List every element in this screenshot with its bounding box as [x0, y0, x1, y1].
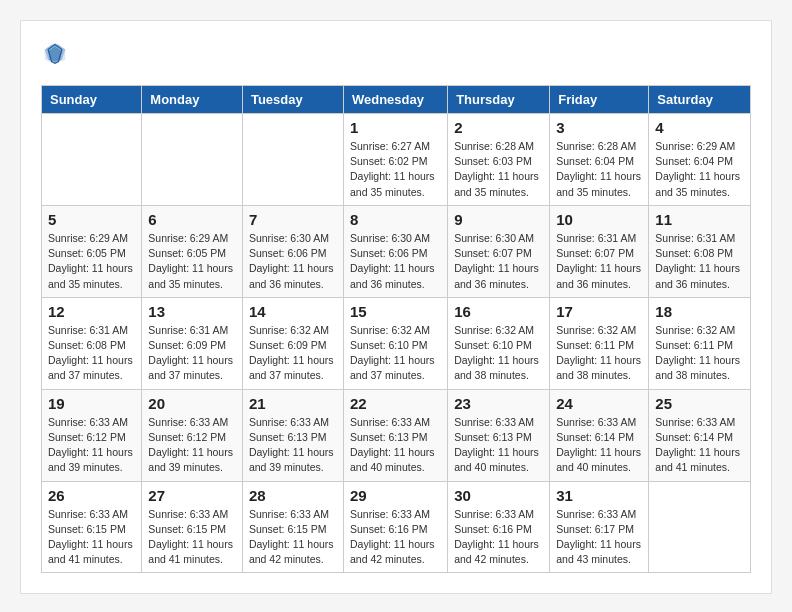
calendar-cell: 15Sunrise: 6:32 AM Sunset: 6:10 PM Dayli… — [343, 297, 447, 389]
day-number: 25 — [655, 395, 744, 412]
calendar-cell: 22Sunrise: 6:33 AM Sunset: 6:13 PM Dayli… — [343, 389, 447, 481]
calendar-cell: 16Sunrise: 6:32 AM Sunset: 6:10 PM Dayli… — [448, 297, 550, 389]
page: SundayMondayTuesdayWednesdayThursdayFrid… — [20, 20, 772, 594]
day-number: 7 — [249, 211, 337, 228]
day-number: 30 — [454, 487, 543, 504]
calendar-week-row: 12Sunrise: 6:31 AM Sunset: 6:08 PM Dayli… — [42, 297, 751, 389]
day-info: Sunrise: 6:30 AM Sunset: 6:06 PM Dayligh… — [249, 231, 337, 292]
day-number: 12 — [48, 303, 135, 320]
day-info: Sunrise: 6:29 AM Sunset: 6:04 PM Dayligh… — [655, 139, 744, 200]
day-info: Sunrise: 6:33 AM Sunset: 6:16 PM Dayligh… — [454, 507, 543, 568]
calendar-cell: 31Sunrise: 6:33 AM Sunset: 6:17 PM Dayli… — [550, 481, 649, 573]
calendar-cell: 12Sunrise: 6:31 AM Sunset: 6:08 PM Dayli… — [42, 297, 142, 389]
day-info: Sunrise: 6:33 AM Sunset: 6:17 PM Dayligh… — [556, 507, 642, 568]
day-info: Sunrise: 6:33 AM Sunset: 6:15 PM Dayligh… — [48, 507, 135, 568]
calendar-cell: 2Sunrise: 6:28 AM Sunset: 6:03 PM Daylig… — [448, 114, 550, 206]
calendar-cell: 17Sunrise: 6:32 AM Sunset: 6:11 PM Dayli… — [550, 297, 649, 389]
day-info: Sunrise: 6:32 AM Sunset: 6:11 PM Dayligh… — [556, 323, 642, 384]
calendar-cell: 6Sunrise: 6:29 AM Sunset: 6:05 PM Daylig… — [142, 205, 243, 297]
day-info: Sunrise: 6:28 AM Sunset: 6:03 PM Dayligh… — [454, 139, 543, 200]
day-info: Sunrise: 6:33 AM Sunset: 6:12 PM Dayligh… — [148, 415, 236, 476]
calendar-cell — [142, 114, 243, 206]
calendar-cell — [42, 114, 142, 206]
weekday-header-sunday: Sunday — [42, 86, 142, 114]
calendar-week-row: 1Sunrise: 6:27 AM Sunset: 6:02 PM Daylig… — [42, 114, 751, 206]
day-info: Sunrise: 6:33 AM Sunset: 6:16 PM Dayligh… — [350, 507, 441, 568]
calendar-cell: 4Sunrise: 6:29 AM Sunset: 6:04 PM Daylig… — [649, 114, 751, 206]
day-info: Sunrise: 6:32 AM Sunset: 6:11 PM Dayligh… — [655, 323, 744, 384]
day-number: 22 — [350, 395, 441, 412]
calendar-cell: 5Sunrise: 6:29 AM Sunset: 6:05 PM Daylig… — [42, 205, 142, 297]
day-info: Sunrise: 6:33 AM Sunset: 6:14 PM Dayligh… — [556, 415, 642, 476]
day-info: Sunrise: 6:31 AM Sunset: 6:07 PM Dayligh… — [556, 231, 642, 292]
calendar-cell: 9Sunrise: 6:30 AM Sunset: 6:07 PM Daylig… — [448, 205, 550, 297]
calendar-cell: 27Sunrise: 6:33 AM Sunset: 6:15 PM Dayli… — [142, 481, 243, 573]
calendar-cell: 23Sunrise: 6:33 AM Sunset: 6:13 PM Dayli… — [448, 389, 550, 481]
day-number: 13 — [148, 303, 236, 320]
day-info: Sunrise: 6:33 AM Sunset: 6:13 PM Dayligh… — [350, 415, 441, 476]
day-info: Sunrise: 6:33 AM Sunset: 6:13 PM Dayligh… — [249, 415, 337, 476]
calendar-cell: 30Sunrise: 6:33 AM Sunset: 6:16 PM Dayli… — [448, 481, 550, 573]
calendar-cell: 10Sunrise: 6:31 AM Sunset: 6:07 PM Dayli… — [550, 205, 649, 297]
day-info: Sunrise: 6:30 AM Sunset: 6:06 PM Dayligh… — [350, 231, 441, 292]
calendar-cell: 13Sunrise: 6:31 AM Sunset: 6:09 PM Dayli… — [142, 297, 243, 389]
day-number: 4 — [655, 119, 744, 136]
day-number: 17 — [556, 303, 642, 320]
calendar-cell: 26Sunrise: 6:33 AM Sunset: 6:15 PM Dayli… — [42, 481, 142, 573]
day-info: Sunrise: 6:27 AM Sunset: 6:02 PM Dayligh… — [350, 139, 441, 200]
calendar-cell: 1Sunrise: 6:27 AM Sunset: 6:02 PM Daylig… — [343, 114, 447, 206]
header — [41, 41, 751, 69]
day-number: 9 — [454, 211, 543, 228]
weekday-header-saturday: Saturday — [649, 86, 751, 114]
day-info: Sunrise: 6:31 AM Sunset: 6:08 PM Dayligh… — [48, 323, 135, 384]
calendar-week-row: 5Sunrise: 6:29 AM Sunset: 6:05 PM Daylig… — [42, 205, 751, 297]
day-info: Sunrise: 6:33 AM Sunset: 6:12 PM Dayligh… — [48, 415, 135, 476]
day-number: 16 — [454, 303, 543, 320]
day-number: 26 — [48, 487, 135, 504]
day-number: 5 — [48, 211, 135, 228]
day-number: 1 — [350, 119, 441, 136]
day-info: Sunrise: 6:32 AM Sunset: 6:10 PM Dayligh… — [454, 323, 543, 384]
day-number: 15 — [350, 303, 441, 320]
day-info: Sunrise: 6:33 AM Sunset: 6:15 PM Dayligh… — [249, 507, 337, 568]
day-number: 14 — [249, 303, 337, 320]
day-info: Sunrise: 6:31 AM Sunset: 6:09 PM Dayligh… — [148, 323, 236, 384]
calendar-cell: 28Sunrise: 6:33 AM Sunset: 6:15 PM Dayli… — [242, 481, 343, 573]
day-info: Sunrise: 6:28 AM Sunset: 6:04 PM Dayligh… — [556, 139, 642, 200]
weekday-header-row: SundayMondayTuesdayWednesdayThursdayFrid… — [42, 86, 751, 114]
day-info: Sunrise: 6:29 AM Sunset: 6:05 PM Dayligh… — [148, 231, 236, 292]
day-number: 8 — [350, 211, 441, 228]
day-info: Sunrise: 6:30 AM Sunset: 6:07 PM Dayligh… — [454, 231, 543, 292]
calendar-cell: 24Sunrise: 6:33 AM Sunset: 6:14 PM Dayli… — [550, 389, 649, 481]
day-info: Sunrise: 6:33 AM Sunset: 6:14 PM Dayligh… — [655, 415, 744, 476]
day-number: 23 — [454, 395, 543, 412]
day-number: 6 — [148, 211, 236, 228]
calendar-week-row: 19Sunrise: 6:33 AM Sunset: 6:12 PM Dayli… — [42, 389, 751, 481]
weekday-header-wednesday: Wednesday — [343, 86, 447, 114]
day-info: Sunrise: 6:29 AM Sunset: 6:05 PM Dayligh… — [48, 231, 135, 292]
weekday-header-tuesday: Tuesday — [242, 86, 343, 114]
calendar-week-row: 26Sunrise: 6:33 AM Sunset: 6:15 PM Dayli… — [42, 481, 751, 573]
weekday-header-monday: Monday — [142, 86, 243, 114]
day-number: 27 — [148, 487, 236, 504]
day-number: 29 — [350, 487, 441, 504]
calendar-cell — [242, 114, 343, 206]
day-number: 24 — [556, 395, 642, 412]
day-number: 19 — [48, 395, 135, 412]
day-info: Sunrise: 6:33 AM Sunset: 6:15 PM Dayligh… — [148, 507, 236, 568]
day-number: 18 — [655, 303, 744, 320]
calendar-cell: 11Sunrise: 6:31 AM Sunset: 6:08 PM Dayli… — [649, 205, 751, 297]
day-number: 10 — [556, 211, 642, 228]
calendar-cell: 20Sunrise: 6:33 AM Sunset: 6:12 PM Dayli… — [142, 389, 243, 481]
calendar-cell: 14Sunrise: 6:32 AM Sunset: 6:09 PM Dayli… — [242, 297, 343, 389]
day-number: 11 — [655, 211, 744, 228]
calendar-cell — [649, 481, 751, 573]
day-number: 2 — [454, 119, 543, 136]
day-number: 20 — [148, 395, 236, 412]
calendar-table: SundayMondayTuesdayWednesdayThursdayFrid… — [41, 85, 751, 573]
weekday-header-thursday: Thursday — [448, 86, 550, 114]
day-number: 31 — [556, 487, 642, 504]
calendar-cell: 25Sunrise: 6:33 AM Sunset: 6:14 PM Dayli… — [649, 389, 751, 481]
calendar-cell: 8Sunrise: 6:30 AM Sunset: 6:06 PM Daylig… — [343, 205, 447, 297]
day-info: Sunrise: 6:33 AM Sunset: 6:13 PM Dayligh… — [454, 415, 543, 476]
